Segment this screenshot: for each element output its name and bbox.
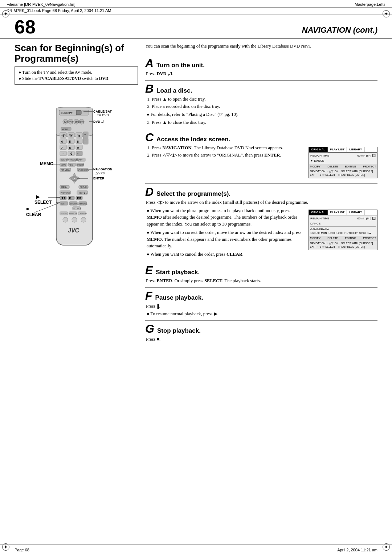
right-column: You can scan the beginning of the progra… [145,39,377,346]
svg-text:ON SCRN: ON SCRN [79,212,87,215]
screen-c-body: REMAIN TIME 60min (8h) 🔲 ► DANCE [309,153,377,164]
svg-text:MEMO: MEMO [61,164,66,166]
svg-text:ST/BY: ST/BY [75,121,80,123]
svg-text:VIDEO: VIDEO [62,128,68,130]
step-f: F Pause playback. Press ‖. To resume nor… [145,287,377,318]
step-g-header: G Stop playback. [145,323,377,335]
tab-library-c: LIBRARY [347,147,364,152]
prereq-box: Turn on the TV and select the AV mode. S… [15,66,138,85]
step-d-bullet1: When you want the plural programmes to b… [147,207,306,228]
step-e-header: E Start playback. [145,264,377,276]
svg-text:CABLE/SAT: CABLE/SAT [93,110,112,113]
step-c-header: C Access the Index screen. [145,131,377,143]
svg-text:REC: REC [69,164,73,166]
step-e-body: Press ENTER. Or simply press SELECT. The… [145,278,377,284]
svg-text:TV: TV [69,112,72,114]
step-c: C Access the Index screen. Press NAVIGAT… [145,129,377,181]
book-ref-label: DR-M7EK_01.book Page 68 Friday, April 2,… [7,8,111,13]
svg-text:7: 7 [61,146,63,150]
step-f-title: Pause playback. [155,294,203,301]
screen-c-footer: MODIFY DELETE EDITING PROTECT [309,164,377,169]
step-d-body: Press ◁▷ to move the arrow on the index … [145,199,377,259]
svg-text:DVD ᵩ/I: DVD ᵩ/I [93,120,105,123]
svg-text:−: − [62,152,64,155]
svg-rect-6 [76,110,81,115]
svg-point-99 [72,217,77,222]
step-a-text: Press DVD ᵩ/I. [146,70,377,77]
svg-text:SLOW +: SLOW + [73,207,81,210]
screen-d-tabs: ORIGINAL PLAY LIST LIBRARY [309,210,377,215]
svg-text:CLEAR: CLEAR [26,212,41,217]
svg-text:REC: REC [61,203,65,205]
svg-text:■: ■ [26,206,29,211]
svg-text:+: + [84,133,86,137]
step-b-2: Place a recorded disc on the disc tray. [152,103,377,110]
screen-d-footer: MODIFY DELETE EDITING PROTECT [309,236,377,240]
step-a-header: A Turn on the unit. [145,57,377,69]
nav-cont-title: NAVIGATION (cont.) [302,25,377,36]
svg-text:JVC: JVC [68,227,79,234]
step-c-screen: ORIGINAL PLAY LIST LIBRARY REMAIN TIME 6… [309,145,377,181]
svg-text:BRIGHT: BRIGHT [77,164,84,166]
footer-date: April 2, 2004 11:21 am [337,548,377,552]
svg-text:▶: ▶ [69,196,72,199]
step-b-list: Press ▲ to open the disc tray. Place a r… [146,96,377,110]
svg-text:SELECT: SELECT [34,200,52,205]
svg-text:DISPLAY: DISPLAY [69,212,77,215]
main-content: Scan for Beginning(s) of Programme(s) Tu… [0,39,392,346]
masterpage-label: Masterpage:Left↑ [355,2,385,7]
step-f-body: Press ‖. To resume normal playback, pres… [145,303,377,318]
prereq-1: Turn on the TV and select the AV mode. [19,70,134,75]
screen-thumb-d: ORIGINAL PLAY LIST LIBRARY REMAIN TIME 6… [309,210,377,250]
svg-text:2: 2 [70,134,72,138]
svg-text:PAUSE: PAUSE [80,203,87,205]
step-a-letter: A [145,57,154,69]
step-b-note: For details, refer to "Placing a Disc" (… [147,111,377,118]
footer-page: Page 68 [15,548,29,552]
screen-c-tabs: ORIGINAL PLAY LIST LIBRARY [309,147,377,153]
step-g-letter: G [145,323,154,335]
svg-text:8: 8 [69,146,71,150]
svg-text:−: − [84,139,86,143]
svg-text:4: 4 [61,140,63,143]
page-number: 68 [15,17,36,36]
svg-text:RETURN: RETURN [80,186,88,188]
step-d-bullet3: When you want to cancel the order, press… [147,251,306,258]
svg-text:5: 5 [69,140,71,143]
section-title: Scan for Beginning(s) of Programme(s) [15,43,138,64]
step-d: D Select the programme(s). Press ◁▷ to m… [145,183,377,259]
tab-original-d: ORIGINAL [309,210,328,215]
svg-text:ENTER: ENTER [93,177,105,180]
step-g-text: Press ■. [146,336,377,343]
step-c-letter: C [145,131,154,143]
book-ref-bar: DR-M7EK_01.book Page 68 Friday, April 2,… [0,8,392,15]
step-a-body: Press DVD ᵩ/I. [145,70,377,77]
svg-text:△▽◁▷: △▽◁▷ [95,171,106,175]
svg-text:STOP/CLR: STOP/CLR [70,203,81,205]
screen-c-nav: NAVIGATION ☞ △/▽: OK SELECT WITH [CURSOR… [309,169,377,178]
step-d-screen: ORIGINAL PLAY LIST LIBRARY REMAIN TIME 6… [309,207,377,259]
svg-text:NEXT ▶▶: NEXT ▶▶ [79,192,87,194]
svg-text:PREVIOUS: PREVIOUS [61,192,70,194]
reg-mark-tl: ✦ [2,10,9,17]
step-c-body: Press NAVIGATION. The Library Database D… [145,145,377,181]
step-a-title: Turn on the unit. [156,62,205,69]
step-e: E Start playback. Press ENTER. Or simply… [145,262,377,284]
remote-svg: CABLE/SAT TV DVD TV/R TV/N ST/BY DVD VID… [22,89,131,263]
screen-d-body: REMAIN TIME 60min (6h) 🔲 DANCE GAME/DRAM… [309,215,377,236]
tab-library-d: LIBRARY [347,210,364,215]
tab-playlist-c: PLAY LIST [328,147,347,152]
svg-point-100 [81,217,86,222]
step-g-body: Press ■. [145,336,377,343]
step-c-cols: Press NAVIGATION. The Library Database D… [146,145,377,181]
step-d-header: D Select the programme(s). [145,186,377,198]
step-c-text: Press NAVIGATION. The Library Database D… [146,145,306,181]
step-f-bullet: To resume normal playback, press ▶. [147,311,377,317]
step-d-bullet2: When you want to correct the order, move… [147,229,306,250]
step-b-title: Load a disc. [156,87,192,94]
svg-text:▶▶: ▶▶ [77,196,82,199]
step-d-text: When you want the plural programmes to b… [146,207,306,259]
svg-text:▶: ▶ [36,194,40,199]
svg-text:EAT/F: EAT/F [78,159,83,161]
svg-text:SET UP: SET UP [61,212,68,215]
